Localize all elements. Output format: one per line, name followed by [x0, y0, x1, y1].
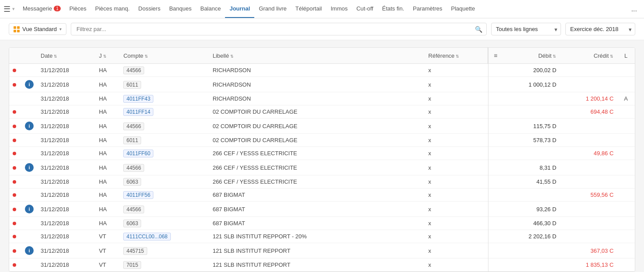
journal-code-cell: VT — [95, 230, 120, 243]
account-cell[interactable]: 6063 — [120, 175, 209, 188]
account-tag[interactable]: 4011FF43 — [123, 95, 153, 103]
col-header-credit[interactable]: Crédit⇅ — [560, 48, 617, 64]
journal-code-cell: HA — [95, 188, 120, 202]
col-header-date[interactable]: Date⇅ — [37, 48, 95, 64]
filter-col-cell — [488, 147, 502, 160]
flag-cell — [9, 119, 21, 134]
account-tag[interactable]: 44566 — [123, 164, 144, 172]
nav-tab-teleportail[interactable]: Téléportail — [291, 0, 326, 18]
credit-cell — [560, 202, 617, 217]
account-tag[interactable]: 7015 — [123, 261, 141, 269]
account-tag[interactable]: 4011FF56 — [123, 191, 153, 199]
table-header-row: Date⇅J⇅Compte⇅Libellé⇅Référence⇅≡Débit⇅C… — [9, 48, 635, 64]
account-cell[interactable]: 44566 — [120, 119, 209, 134]
account-cell[interactable]: 4011FF43 — [120, 92, 209, 105]
filter-col-cell — [488, 92, 502, 105]
info-cell: i — [21, 77, 37, 92]
account-tag[interactable]: 445715 — [123, 247, 147, 255]
filter-col-cell — [488, 105, 502, 119]
nav-tab-etats-fin[interactable]: États fin. — [377, 0, 409, 18]
reference-cell: x — [425, 258, 488, 272]
journal-code-cell: HA — [95, 134, 120, 147]
account-cell[interactable]: 4011FF56 — [120, 188, 209, 202]
filter-col-cell — [488, 258, 502, 272]
account-cell[interactable]: 6063 — [120, 217, 209, 230]
search-container: 🔍 — [71, 23, 487, 35]
col-header-compte[interactable]: Compte⇅ — [120, 48, 209, 64]
label-cell: 266 CEF / YESSS ELECTRICITE — [209, 160, 425, 175]
nav-tab-cut-off[interactable]: Cut-off — [352, 0, 378, 18]
nav-tab-dossiers[interactable]: Dossiers — [134, 0, 165, 18]
nav-tab-parametres[interactable]: Paramètres — [409, 0, 447, 18]
date-cell: 31/12/2018 — [37, 258, 95, 272]
nav-logo[interactable]: ☰ ▾ — [3, 4, 15, 14]
filter-col-cell — [488, 175, 502, 188]
account-tag[interactable]: 44566 — [123, 66, 144, 74]
account-cell[interactable]: 445715 — [120, 243, 209, 258]
table-row: i31/12/2018VT445715121 SLB INSTITUT REPP… — [9, 243, 635, 258]
flag-cell — [9, 64, 21, 77]
info-icon[interactable]: i — [25, 205, 34, 213]
account-cell[interactable]: 7015 — [120, 258, 209, 272]
account-cell[interactable]: 6011 — [120, 134, 209, 147]
journal-code-cell: HA — [95, 119, 120, 134]
account-tag[interactable]: 4111CCL00...068 — [123, 233, 170, 241]
nav-tab-messagerie[interactable]: Messagerie1 — [18, 0, 65, 18]
account-tag[interactable]: 4011FF14 — [123, 108, 153, 116]
account-cell[interactable]: 4011FF60 — [120, 147, 209, 160]
letter-cell — [617, 217, 635, 230]
col-header-l: L — [617, 48, 635, 64]
label-cell: RICHARDSON — [209, 64, 425, 77]
col-header-j[interactable]: J⇅ — [95, 48, 120, 64]
col-header-debit[interactable]: Débit⇅ — [502, 48, 560, 64]
label-cell: RICHARDSON — [209, 77, 425, 92]
chevron-down-icon: ▾ — [59, 27, 62, 31]
flag-cell — [9, 175, 21, 188]
reference-cell: x — [425, 243, 488, 258]
account-cell[interactable]: 44566 — [120, 160, 209, 175]
nav-tab-banques[interactable]: Banques — [165, 0, 196, 18]
account-tag[interactable]: 6063 — [123, 178, 141, 186]
label-cell: 687 BIGMAT — [209, 188, 425, 202]
account-tag[interactable]: 6063 — [123, 220, 141, 227]
reference-cell: x — [425, 92, 488, 105]
filter-input[interactable] — [71, 23, 487, 35]
account-tag[interactable]: 44566 — [123, 122, 144, 130]
nav-tab-plaquette[interactable]: Plaquette — [447, 0, 479, 18]
account-cell[interactable]: 4111CCL00...068 — [120, 230, 209, 243]
debit-cell — [502, 105, 560, 119]
col-header-flag — [9, 48, 21, 64]
account-cell[interactable]: 6011 — [120, 77, 209, 92]
period-filter-select[interactable]: Exercice déc. 2018Exercice nov. 2018Exer… — [565, 23, 635, 35]
account-tag[interactable]: 6011 — [123, 81, 141, 89]
nav-tab-balance[interactable]: Balance — [196, 0, 225, 18]
nav-tab-pieces[interactable]: Pièces — [65, 0, 91, 18]
nav-tab-grand-livre[interactable]: Grand livre — [254, 0, 291, 18]
col-header-libelle[interactable]: Libellé⇅ — [209, 48, 425, 64]
info-icon[interactable]: i — [25, 246, 34, 255]
letter-cell: A — [617, 92, 635, 105]
account-tag[interactable]: 6011 — [123, 136, 141, 144]
col-header-reference[interactable]: Référence⇅ — [425, 48, 488, 64]
period-filter-wrapper: Exercice déc. 2018Exercice nov. 2018Exer… — [565, 23, 635, 35]
account-cell[interactable]: 44566 — [120, 202, 209, 217]
lines-filter-select[interactable]: Toutes les lignesLignes débitLignes créd… — [491, 23, 561, 35]
more-options-button[interactable]: ... — [628, 5, 641, 13]
journal-code-cell: VT — [95, 258, 120, 272]
nav-tab-immos[interactable]: Immos — [326, 0, 352, 18]
account-tag[interactable]: 44566 — [123, 206, 144, 213]
letter-cell — [617, 147, 635, 160]
nav-tab-pieces-manq[interactable]: Pièces manq. — [91, 0, 134, 18]
account-tag[interactable]: 4011FF60 — [123, 150, 153, 157]
flag-cell — [9, 202, 21, 217]
account-cell[interactable]: 4011FF14 — [120, 105, 209, 119]
info-icon[interactable]: i — [25, 122, 34, 130]
view-select-button[interactable]: Vue Standard ▾ — [9, 23, 66, 35]
info-icon[interactable]: i — [25, 80, 34, 89]
column-filter-icon[interactable]: ≡ — [492, 52, 499, 59]
nav-tab-journal[interactable]: Journal — [225, 0, 254, 18]
account-cell[interactable]: 44566 — [120, 64, 209, 77]
date-cell: 31/12/2018 — [37, 230, 95, 243]
filter-col-cell — [488, 160, 502, 175]
info-icon[interactable]: i — [25, 163, 34, 172]
